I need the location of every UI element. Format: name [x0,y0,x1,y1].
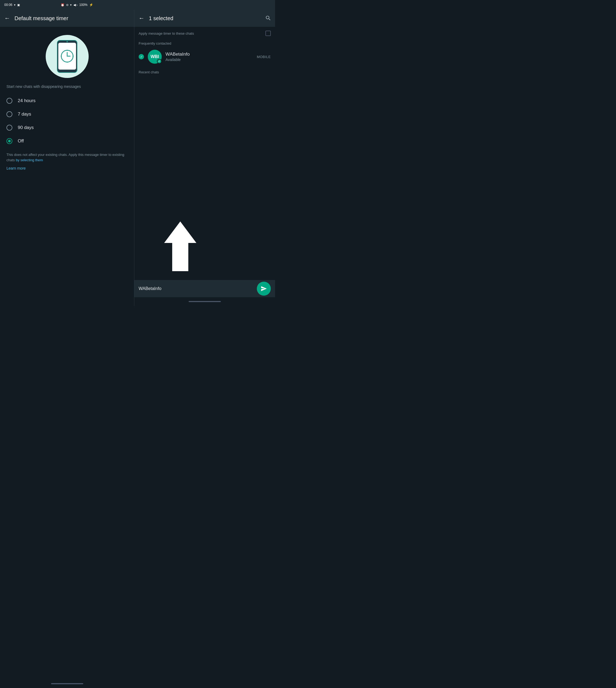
apply-timer-section: Apply message timer to these chats [134,27,275,38]
radio-24h[interactable]: 24 hours [6,94,128,108]
back-button-right[interactable]: ← [139,15,145,22]
back-button-left[interactable]: ← [4,15,10,22]
radio-7d[interactable]: 7 days [6,108,128,121]
minus-icon: ⊖ [66,3,68,7]
radio-label-off: Off [18,138,24,144]
radio-circle-off [6,138,13,144]
right-header: ← 1 selected [134,10,275,27]
right-content: Apply message timer to these chats Frequ… [134,27,275,280]
radio-circle-7d [6,111,13,117]
radio-90d[interactable]: 90 days [6,121,128,134]
left-header: ← Default message timer [0,10,134,27]
bottom-bar: WABetaInfo [134,280,275,297]
contact-badge: MOBILE [257,55,271,59]
nav-bar [134,297,275,306]
avatar-check-icon: ✓ [157,59,162,64]
send-icon [261,285,267,292]
radio-label-7d: 7 days [18,111,31,117]
wifi-icon: ▾ [14,3,16,7]
contact-item-wabetainfo[interactable]: ✓ WBI ✓ WABetaInfo Available MOBILE [134,47,275,66]
recent-chats-label: Recent chats [134,66,275,76]
apply-timer-label: Apply message timer to these chats [139,31,262,36]
contact-avatar: WBI ✓ [148,50,162,64]
search-button[interactable] [265,15,271,22]
status-bar-left: 00:06 ▾ ▣ ⏰ ⊖ ▾ ◀▷ 100% ⚡ [4,3,93,7]
apply-timer-checkbox[interactable] [265,30,271,36]
radio-group: 24 hours 7 days 90 days Off [6,94,128,148]
selecting-them-link[interactable]: by selecting them [16,158,43,162]
learn-more-link[interactable]: Learn more [6,166,26,170]
radio-circle-24h [6,98,13,104]
contact-status: Available [166,58,253,62]
battery-right: 100% [79,3,88,7]
charging-icon: ⚡ [89,3,93,7]
time-display: 00:06 [4,3,13,7]
left-panel: ← Default message timer [0,10,134,306]
send-button[interactable] [257,282,271,296]
frequently-contacted-label: Frequently contacted [134,38,275,47]
svg-point-4 [67,50,68,51]
left-panel-title: Default message timer [15,15,68,22]
contact-info: WABetaInfo Available [166,51,253,62]
info-text: This does not affect your existing chats… [6,152,128,163]
svg-point-2 [66,41,68,42]
svg-point-6 [61,56,62,57]
nav-line [189,301,221,302]
radio-label-90d: 90 days [18,125,34,130]
radio-circle-90d [6,125,13,131]
subtitle: Start new chats with disappearing messag… [6,84,128,89]
phone-bg-circle [46,35,89,78]
left-content: Start new chats with disappearing messag… [0,27,134,306]
status-bar: 00:06 ▾ ▣ ⏰ ⊖ ▾ ◀▷ 100% ⚡ [0,0,275,10]
right-panel: ← 1 selected Apply message timer to thes… [134,10,275,306]
signal-icon: ◀▷ [73,3,78,7]
svg-point-5 [67,62,68,63]
wifi-icon-right: ▾ [70,3,72,7]
svg-point-7 [72,56,73,57]
phone-svg [55,39,79,74]
contact-checkbox-selected: ✓ [139,54,144,59]
bottom-contact-name: WABetaInfo [139,286,257,291]
radio-off[interactable]: Off [6,134,128,148]
alarm-icon-right: ⏰ [61,3,64,7]
phone-illustration [6,35,128,78]
contact-name: WABetaInfo [166,51,253,57]
radio-label-24h: 24 hours [18,98,36,104]
sim-icon: ▣ [17,3,20,7]
avatar-text: WBI [150,54,159,59]
nav-indicator [134,297,275,306]
selected-count: 1 selected [149,15,261,22]
